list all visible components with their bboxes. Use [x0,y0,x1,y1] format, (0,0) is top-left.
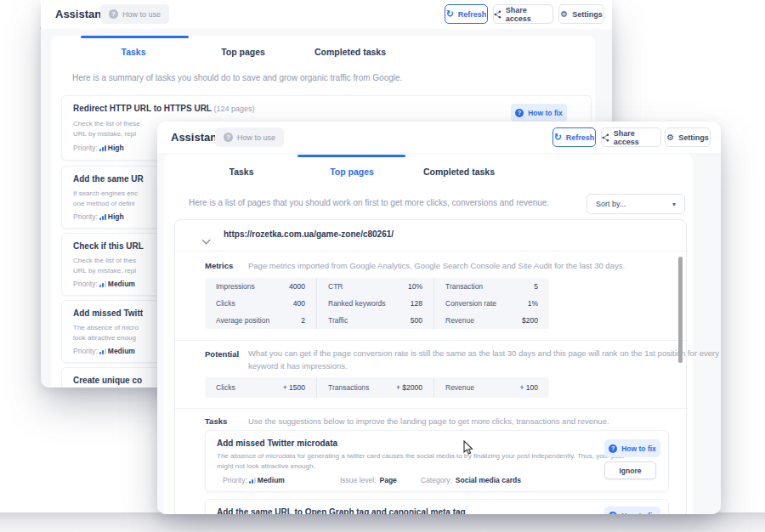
metric-label: Transactions [328,383,369,392]
task-title-text: Add missed Twitter microdata [217,439,337,448]
metrics-description: Page metrics imported from Google Analyt… [248,261,625,270]
chevron-down-icon [202,236,211,245]
active-tab-indicator [81,36,189,38]
tab-top-pages[interactable]: Top pages [326,167,377,177]
metrics-table: Impressions4000 Clicks400 Average positi… [205,278,549,329]
how-to-use-label: How to use [237,133,275,142]
how-to-fix-button[interactable]: ? How to fix [604,507,660,514]
tab-top-pages[interactable]: Top pages [218,47,269,57]
metric-value: + 100 [519,383,538,392]
potential-description-line: keyword it has impressions. [248,361,348,371]
back-header: Assistant ? How to use ↻ Refresh Share a… [41,0,612,29]
priority-value: Medium [258,476,285,484]
metric-value: 10% [408,282,422,291]
priority-row: Priority: Medium [73,280,135,288]
task-description-line: If search engines enc [73,190,138,197]
priority-label: Priority: [73,280,98,288]
priority-row: Priority: High [73,144,124,152]
priority-value: High [108,212,124,221]
how-to-fix-label: How to fix [528,109,563,117]
refresh-button[interactable]: ↻ Refresh [445,4,488,24]
metric-label: Average position [216,316,269,325]
tab-tasks[interactable]: Tasks [220,167,263,177]
how-to-use-button[interactable]: ? How to use [215,127,284,147]
question-icon: ? [515,109,524,117]
active-tab-indicator [298,155,405,157]
how-to-use-label: How to use [122,10,161,19]
page-title: Assistant [55,8,105,20]
share-access-label: Share access [614,129,660,146]
tasks-label: Tasks [205,416,227,426]
caret-down-icon: ▾ [672,201,676,208]
metric-value: 2 [301,316,305,325]
metric-label: Ranked keywords [328,299,386,308]
mouse-cursor [462,440,473,459]
priority-label: Priority: [73,212,98,221]
metric-label: Impressions [216,282,255,291]
priority-bars-icon [99,348,106,354]
tasks-description: Use the suggestions below to improve the… [248,416,609,426]
share-icon [494,10,502,19]
priority-value: Medium [108,347,135,355]
task-description-line: Check the list of thes [73,257,136,264]
priority-value: High [108,144,124,152]
metric-value: 500 [411,316,422,325]
metric-label: Clicks [216,299,235,308]
divider [175,408,688,409]
divider [175,251,688,252]
share-access-button[interactable]: Share access [601,127,661,147]
issue-level-row: Issue level: Page [340,476,397,484]
priority-row: Priority: High [73,212,124,221]
refresh-button[interactable]: ↻ Refresh [552,127,596,147]
task-title-text: Redirect HTTP URL to HTTPS URL [73,104,212,113]
bottom-band [0,512,765,532]
top-pages-summary-text: Here is a list of pages that you should … [189,198,549,207]
metric-value: 1% [528,299,538,308]
how-to-fix-label: How to fix [621,512,656,515]
priority-bars-icon [249,478,256,484]
metric-value: 5 [534,282,538,291]
metrics-column: CTR10% Ranked keywords128 Traffic500 [316,278,434,329]
task-description-line: might not look attractive enough. [217,462,315,470]
metric-value: + $2000 [396,383,422,392]
priority-bars-icon [99,214,106,220]
metric-value: + 1500 [283,383,305,392]
share-access-button[interactable]: Share access [493,4,553,24]
task-title-text: Add the same UR [73,174,144,184]
task-description-line: The absence of microdata for generating … [217,452,624,460]
metric-label: Revenue [445,316,474,325]
metric-value: 400 [293,299,305,308]
tab-tasks[interactable]: Tasks [112,47,155,57]
question-icon: ? [224,133,233,142]
category-label: Category: [421,476,452,484]
tasks-summary-text: Here is a summary of tasks you should do… [72,73,402,82]
metrics-column: Transaction5 Conversion rate1% Revenue$2… [434,278,549,329]
tab-completed-tasks[interactable]: Completed tasks [416,167,502,177]
how-to-use-button[interactable]: ? How to use [100,4,169,24]
task-description-line: The absence of micro [73,324,139,331]
settings-button[interactable]: ⚙ Settings [665,127,711,147]
potential-table: Clicks+ 1500 Transactions+ $2000 Revenue… [205,377,549,398]
sort-by-select[interactable]: Sort by... ▾ [586,194,685,214]
metric-label: Conversion rate [445,299,496,308]
metric-label: Traffic [328,316,348,325]
tab-completed-tasks[interactable]: Completed tasks [308,47,393,57]
task-description-line: one method of defini [73,200,135,207]
task-pages-count: (124 pages) [214,105,255,113]
settings-button[interactable]: ⚙ Settings [558,4,604,24]
how-to-fix-button[interactable]: ? How to fix [511,104,567,122]
how-to-fix-button[interactable]: ? How to fix [604,439,660,457]
scrollbar-thumb[interactable] [678,257,683,363]
task-description-line: look attractive enoug [73,334,136,342]
task-title-text: Add the same URL to Open Graph tag and c… [217,507,466,514]
potential-column: Clicks+ 1500 [205,377,316,398]
potential-column: Transactions+ $2000 [316,377,434,398]
collapse-chevron[interactable] [203,231,209,246]
metric-label: CTR [328,282,343,291]
task-card: Add missed Twitter microdata The absence… [205,430,669,492]
refresh-icon: ↻ [446,9,454,19]
page-url[interactable]: https://rozetka.com.ua/game-zone/c80261/ [224,229,394,239]
priority-bars-icon [99,145,106,151]
task-description-line: Check the list of these [73,120,140,127]
ignore-button[interactable]: Ignore [604,461,656,479]
